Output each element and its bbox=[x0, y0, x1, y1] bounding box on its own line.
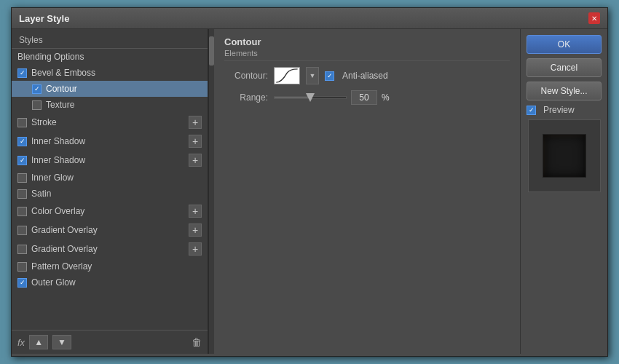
preview-label-row: Preview bbox=[527, 105, 575, 115]
checkbox-pattern-overlay[interactable] bbox=[17, 262, 27, 272]
sidebar-item-satin[interactable]: Satin bbox=[12, 186, 208, 202]
sidebar-item-contour[interactable]: Contour bbox=[12, 81, 208, 97]
sidebar-label-contour: Contour bbox=[46, 84, 77, 94]
sidebar-label-gradient-overlay-1: Gradient Overlay bbox=[31, 225, 98, 235]
sidebar-item-inner-shadow-2[interactable]: Inner Shadow+ bbox=[12, 151, 208, 170]
up-button[interactable]: ▲ bbox=[29, 335, 48, 349]
section-title: Contour bbox=[224, 36, 510, 47]
checkbox-bevel-emboss[interactable] bbox=[17, 68, 27, 78]
checkbox-color-overlay[interactable] bbox=[17, 207, 27, 216]
range-label: Range: bbox=[224, 92, 268, 103]
add-btn-gradient-overlay-2[interactable]: + bbox=[189, 242, 202, 256]
preview-label: Preview bbox=[543, 105, 575, 115]
range-row: Range: % bbox=[224, 90, 510, 105]
anti-aliased-label: Anti-aliased bbox=[342, 71, 388, 81]
close-button[interactable]: ✕ bbox=[588, 12, 600, 24]
down-button[interactable]: ▼ bbox=[52, 335, 71, 349]
sidebar-label-gradient-overlay-2: Gradient Overlay bbox=[31, 244, 98, 254]
sidebar-label-stroke: Stroke bbox=[31, 117, 57, 127]
dialog-title: Layer Style bbox=[19, 13, 69, 24]
range-input[interactable] bbox=[351, 90, 377, 105]
sidebar-label-pattern-overlay: Pattern Overlay bbox=[31, 261, 92, 272]
sidebar-label-inner-glow: Inner Glow bbox=[31, 173, 74, 183]
sidebar-label-outer-glow: Outer Glow bbox=[31, 277, 76, 288]
dialog-body: Styles Blending OptionsBevel & EmbossCon… bbox=[12, 29, 607, 354]
checkbox-outer-glow[interactable] bbox=[17, 278, 27, 288]
sidebar-item-gradient-overlay-1[interactable]: Gradient Overlay+ bbox=[12, 221, 208, 240]
add-btn-gradient-overlay-1[interactable]: + bbox=[189, 223, 202, 237]
ok-button[interactable]: OK bbox=[527, 35, 602, 54]
fx-label: fx bbox=[17, 337, 25, 348]
checkbox-inner-shadow-1[interactable] bbox=[17, 137, 27, 146]
add-btn-stroke[interactable]: + bbox=[189, 116, 202, 129]
sidebar-label-color-overlay: Color Overlay bbox=[31, 206, 84, 216]
title-bar: Layer Style ✕ bbox=[12, 8, 607, 29]
styles-header: Styles bbox=[12, 29, 208, 49]
sidebar-item-inner-glow[interactable]: Inner Glow bbox=[12, 170, 208, 186]
left-list: Blending OptionsBevel & EmbossContourTex… bbox=[12, 49, 208, 330]
contour-label: Contour: bbox=[224, 71, 268, 81]
main-panel: Contour Elements Contour: ▼ Anti-aliased bbox=[214, 29, 520, 354]
checkbox-satin[interactable] bbox=[17, 189, 27, 199]
scrollbar-thumb bbox=[209, 36, 214, 66]
anti-aliased-checkbox[interactable] bbox=[325, 71, 334, 81]
add-btn-inner-shadow-1[interactable]: + bbox=[189, 135, 202, 148]
sidebar-item-bevel-emboss[interactable]: Bevel & Emboss bbox=[12, 65, 208, 81]
sidebar-item-stroke[interactable]: Stroke+ bbox=[12, 113, 208, 132]
trash-icon[interactable]: 🗑 bbox=[192, 336, 202, 348]
svg-rect-0 bbox=[275, 68, 299, 84]
checkbox-contour[interactable] bbox=[32, 84, 42, 94]
range-slider-track[interactable] bbox=[274, 96, 347, 99]
sidebar-label-inner-shadow-2: Inner Shadow bbox=[31, 155, 85, 165]
checkbox-gradient-overlay-1[interactable] bbox=[17, 226, 27, 235]
sidebar-label-texture: Texture bbox=[46, 100, 74, 110]
sidebar-label-inner-shadow-1: Inner Shadow bbox=[31, 136, 85, 146]
sidebar-item-inner-shadow-1[interactable]: Inner Shadow+ bbox=[12, 132, 208, 151]
left-footer: fx ▲ ▼ 🗑 bbox=[12, 330, 208, 354]
right-panel: OK Cancel New Style... Preview bbox=[520, 29, 607, 354]
section-sub: Elements bbox=[224, 49, 510, 61]
sidebar-item-outer-glow[interactable]: Outer Glow bbox=[12, 274, 208, 290]
sidebar-item-gradient-overlay-2[interactable]: Gradient Overlay+ bbox=[12, 240, 208, 258]
range-slider-fill bbox=[275, 97, 310, 98]
checkbox-texture[interactable] bbox=[32, 100, 42, 110]
new-style-button[interactable]: New Style... bbox=[527, 82, 602, 100]
sidebar-item-pattern-overlay[interactable]: Pattern Overlay bbox=[12, 258, 208, 274]
range-unit: % bbox=[382, 92, 390, 103]
preview-box bbox=[528, 119, 601, 192]
add-btn-color-overlay[interactable]: + bbox=[189, 205, 202, 218]
left-panel: Styles Blending OptionsBevel & EmbossCon… bbox=[12, 29, 208, 354]
sidebar-label-blending-options: Blending Options bbox=[17, 52, 84, 62]
layer-style-dialog: Layer Style ✕ Styles Blending OptionsBev… bbox=[11, 7, 608, 357]
cancel-button[interactable]: Cancel bbox=[527, 58, 602, 77]
preview-inner bbox=[543, 134, 586, 178]
checkbox-stroke[interactable] bbox=[17, 118, 27, 127]
checkbox-inner-glow[interactable] bbox=[17, 173, 27, 183]
anti-aliased-row: Anti-aliased bbox=[325, 71, 388, 81]
checkbox-inner-shadow-2[interactable] bbox=[17, 156, 27, 165]
contour-dropdown[interactable]: ▼ bbox=[306, 67, 319, 84]
sidebar-item-texture[interactable]: Texture bbox=[12, 97, 208, 113]
range-slider-container: % bbox=[274, 90, 390, 105]
contour-row: Contour: ▼ Anti-aliased bbox=[224, 67, 510, 84]
left-panel-scrollbar[interactable] bbox=[208, 29, 214, 354]
add-btn-inner-shadow-2[interactable]: + bbox=[189, 154, 202, 167]
contour-preview[interactable] bbox=[274, 67, 300, 84]
preview-checkbox[interactable] bbox=[527, 106, 536, 115]
sidebar-label-bevel-emboss: Bevel & Emboss bbox=[31, 68, 95, 78]
checkbox-gradient-overlay-2[interactable] bbox=[17, 245, 27, 254]
sidebar-label-satin: Satin bbox=[31, 189, 51, 199]
sidebar-item-blending-options[interactable]: Blending Options bbox=[12, 49, 208, 65]
sidebar-item-color-overlay[interactable]: Color Overlay+ bbox=[12, 202, 208, 221]
